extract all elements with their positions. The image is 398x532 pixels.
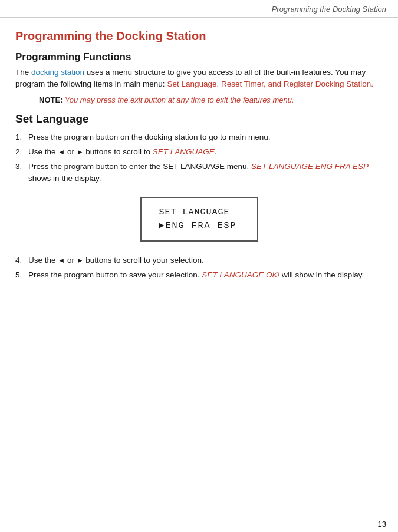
step-num: 2. (15, 146, 28, 158)
header-title: Programming the Docking Station (272, 5, 386, 14)
display-box-wrapper: SET LANGUAGE ▶ENG FRA ESP (15, 197, 383, 242)
display-line2: ▶ENG FRA ESP (159, 220, 239, 231)
page-heading: Programming the Docking Station (15, 29, 383, 43)
intro-text-before: The (15, 68, 31, 77)
step-italic: SET LANGUAGE (153, 147, 215, 156)
steps-list: 1. Press the program button on the docki… (15, 131, 383, 185)
display-line1: SET LANGUAGE (159, 207, 239, 217)
menu-items-highlight: Set Language, Reset Timer, and Register … (167, 80, 373, 88)
display-box: SET LANGUAGE ▶ENG FRA ESP (140, 197, 258, 242)
page-container: Programming the Docking Station Programm… (0, 0, 398, 532)
bottom-footer: 13 (0, 516, 398, 532)
step-text: Use the ◄ or ► buttons to scroll to SET … (28, 146, 383, 158)
arrow-left-icon: ◄ (58, 256, 65, 265)
note-block: NOTE: You may press the exit button at a… (39, 95, 383, 104)
step-num: 1. (15, 131, 28, 143)
docking-station-link[interactable]: docking station (31, 68, 84, 77)
step-text: Press the program button on the docking … (28, 131, 383, 143)
step-text: Press the program button to save your se… (28, 269, 383, 281)
set-language-heading: Set Language (15, 113, 383, 125)
step-italic: SET LANGUAGE OK! (202, 270, 279, 279)
step-italic: SET LANGUAGE ENG FRA ESP (251, 162, 369, 171)
note-label: NOTE: (39, 95, 63, 104)
arrow-right-icon: ► (77, 256, 84, 265)
section-heading: Programming Functions (15, 51, 383, 63)
step-num: 5. (15, 269, 28, 281)
step-num: 3. (15, 161, 28, 173)
list-item: 3. Press the program button to enter the… (15, 161, 383, 185)
intro-paragraph: The docking station uses a menu structur… (15, 67, 383, 91)
list-item: 1. Press the program button on the docki… (15, 131, 383, 143)
list-item: 4. Use the ◄ or ► buttons to scroll to y… (15, 255, 383, 266)
note-text: You may press the exit button at any tim… (63, 95, 294, 104)
arrow-left-icon: ◄ (58, 148, 65, 156)
content-area: Programming the Docking Station Programm… (0, 18, 398, 296)
steps-after-box: 4. Use the ◄ or ► buttons to scroll to y… (15, 255, 383, 282)
page-header: Programming the Docking Station (0, 0, 398, 18)
list-item: 5. Press the program button to save your… (15, 269, 383, 281)
arrow-right-icon: ► (77, 148, 84, 156)
list-item: 2. Use the ◄ or ► buttons to scroll to S… (15, 146, 383, 158)
step-text: Press the program button to enter the SE… (28, 161, 383, 185)
page-number: 13 (378, 520, 386, 528)
step-text: Use the ◄ or ► buttons to scroll to your… (28, 255, 383, 266)
step-num: 4. (15, 255, 28, 266)
